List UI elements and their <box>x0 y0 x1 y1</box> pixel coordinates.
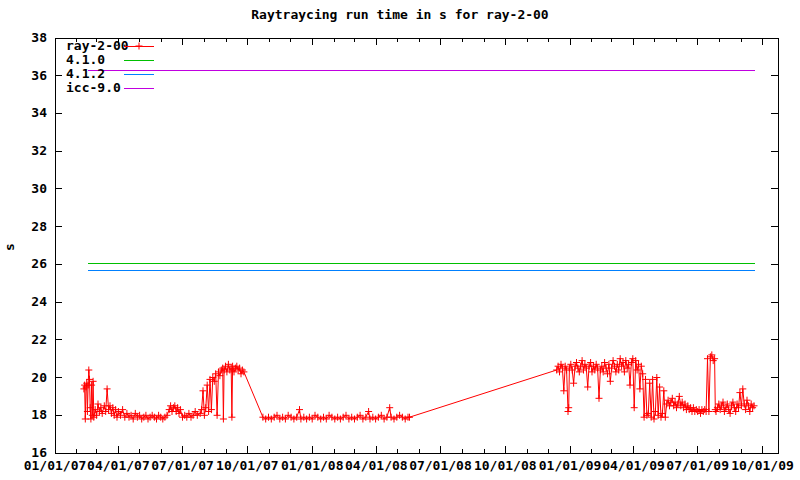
legend: ray-2-004.1.04.1.2icc-9.0 <box>66 38 154 95</box>
x-tick-label: 10/01/08 <box>474 458 537 473</box>
legend-label-4.1.2: 4.1.2 <box>66 66 105 81</box>
x-tick-label: 07/01/07 <box>151 458 214 473</box>
x-tick-label: 01/01/09 <box>539 458 602 473</box>
legend-label-icc-9.0: icc-9.0 <box>66 80 121 95</box>
y-tick-label: 26 <box>31 256 47 271</box>
y-tick-label: 16 <box>31 445 47 460</box>
y-axis-label: s <box>2 243 17 251</box>
series-layer <box>80 70 757 422</box>
x-tick-label: 04/01/08 <box>345 458 408 473</box>
x-tick-label: 10/01/07 <box>216 458 279 473</box>
plot-border <box>55 38 778 453</box>
y-tick-label: 34 <box>31 105 47 120</box>
y-tick-label: 30 <box>31 181 47 196</box>
legend-sample-marker-ray-2-00 <box>136 43 143 50</box>
chart-title: Raytraycing run time in s for ray-2-00 <box>251 7 549 22</box>
x-tick-label: 10/01/09 <box>731 458 794 473</box>
x-tick-label: 04/01/07 <box>87 458 150 473</box>
x-tick-label: 01/01/08 <box>281 458 344 473</box>
x-tick-label: 04/01/09 <box>602 458 665 473</box>
y-tick-label: 24 <box>31 294 47 309</box>
y-tick-label: 38 <box>31 30 47 45</box>
y-tick-label: 36 <box>31 68 47 83</box>
x-tick-label: 07/01/08 <box>409 458 472 473</box>
y-tick-label: 32 <box>31 143 47 158</box>
legend-label-4.1.0: 4.1.0 <box>66 52 105 67</box>
x-tick-label: 01/01/07 <box>24 458 87 473</box>
y-tick-label: 20 <box>31 370 47 385</box>
series-line-ray-2-00 <box>84 355 754 419</box>
raytracing-runtime-chart: Raytraycing run time in s for ray-2-00 s… <box>0 0 800 480</box>
legend-label-ray-2-00: ray-2-00 <box>66 38 129 53</box>
x-tick-label: 07/01/09 <box>666 458 729 473</box>
y-tick-label: 18 <box>31 407 47 422</box>
y-tick-label: 28 <box>31 219 47 234</box>
axes-layer <box>55 38 778 453</box>
y-tick-label: 22 <box>31 332 47 347</box>
